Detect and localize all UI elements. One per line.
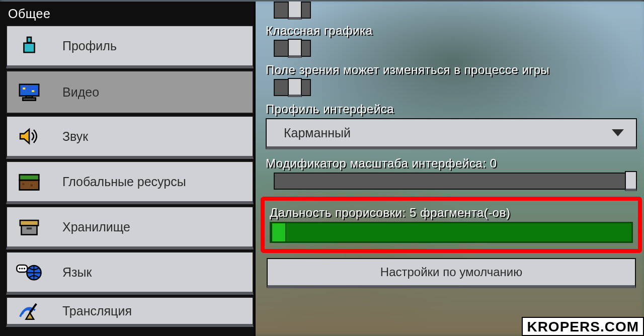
svg-point-16: [21, 268, 23, 269]
sidebar-item-label: Звук: [62, 129, 88, 144]
slider-thumb[interactable]: [625, 171, 637, 191]
monitor-icon: [16, 79, 42, 105]
svg-rect-4: [32, 90, 34, 92]
label-fancy-graphics: Классная графика: [266, 24, 637, 38]
label-fov-change: Поле зрения может изменяться в процессе …: [266, 63, 637, 77]
profile-icon: [16, 33, 42, 59]
svg-rect-7: [20, 175, 39, 180]
toggle-thumb: [288, 39, 302, 58]
svg-rect-6: [23, 98, 36, 101]
toggle-fov-change[interactable]: [274, 79, 311, 96]
sidebar-item-video[interactable]: Видео: [6, 70, 254, 114]
sidebar-item-broadcast[interactable]: Трансляция: [6, 297, 254, 327]
sidebar-item-label: Профиль: [62, 39, 117, 53]
svg-rect-9: [22, 183, 24, 185]
label-gui-scale: Модификатор масштаба интерфейса: 0: [266, 156, 637, 171]
sidebar-item-label: Глобальные ресурсы: [62, 175, 186, 189]
sidebar-item-profile[interactable]: Профиль: [6, 25, 254, 68]
dropdown-value: Карманный: [284, 126, 351, 140]
sidebar-item-label: Язык: [62, 265, 92, 280]
button-label: Настройки по умолчанию: [380, 265, 522, 279]
sidebar-item-storage[interactable]: Хранилище: [6, 206, 254, 249]
sidebar-item-language[interactable]: Язык: [6, 251, 254, 295]
watermark: KROPERS.COM: [522, 317, 644, 336]
sidebar-item-sound[interactable]: Звук: [6, 116, 254, 159]
grass-block-icon: [16, 169, 42, 195]
settings-sidebar: Общее Профиль Видео Звук: [0, 2, 256, 336]
sidebar-item-label: Видео: [62, 85, 99, 100]
sidebar-section-header: Общее: [6, 5, 254, 25]
sidebar-item-global-resources[interactable]: Глобальные ресурсы: [6, 161, 254, 204]
svg-point-17: [24, 268, 25, 269]
svg-rect-12: [21, 225, 37, 234]
highlight-render-distance: Дальность прорисовки: 5 фрагмента(-ов): [261, 197, 642, 253]
slider-gui-scale[interactable]: [274, 173, 637, 190]
toggle-fancy-graphics[interactable]: [274, 40, 311, 57]
dropdown-ui-profile[interactable]: Карманный: [266, 118, 637, 149]
svg-rect-13: [27, 227, 32, 229]
sidebar-item-label: Трансляция: [62, 304, 132, 318]
toggle-thumb: [288, 2, 302, 20]
reset-defaults-button[interactable]: Настройки по умолчанию: [267, 258, 636, 288]
label-ui-profile: Профиль интерфейса: [266, 102, 637, 116]
slider-render-distance[interactable]: [270, 222, 633, 243]
svg-rect-0: [27, 37, 31, 43]
svg-rect-3: [23, 88, 25, 90]
archive-icon: [16, 214, 42, 240]
settings-panel: Классная графика Поле зрения может измен…: [256, 2, 644, 336]
toggle-thumb: [288, 78, 302, 97]
svg-rect-10: [31, 185, 33, 187]
svg-rect-2: [20, 85, 39, 96]
sidebar-item-label: Хранилище: [62, 220, 130, 234]
globe-chat-icon: [16, 259, 42, 285]
antenna-icon: [16, 298, 42, 324]
toggle-unknown-top[interactable]: [274, 2, 311, 19]
svg-rect-11: [20, 220, 38, 225]
slider-thumb[interactable]: [271, 222, 286, 242]
svg-rect-1: [24, 43, 35, 52]
label-render-distance: Дальность прорисовки: 5 фрагмента(-ов): [270, 206, 633, 220]
svg-point-15: [19, 268, 20, 269]
chevron-down-icon: [612, 129, 624, 136]
speaker-icon: [16, 123, 42, 149]
